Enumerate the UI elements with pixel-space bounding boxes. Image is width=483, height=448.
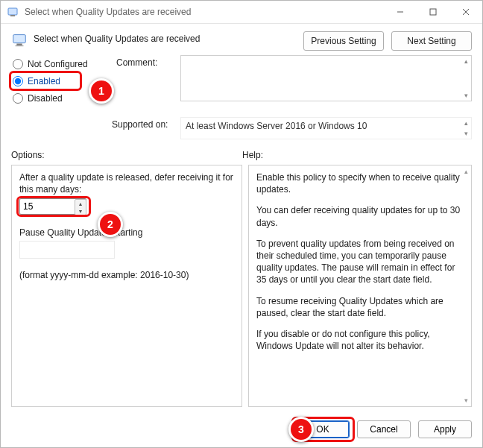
radio-enabled-row[interactable]: Enabled bbox=[11, 72, 112, 89]
radio-not-configured[interactable] bbox=[13, 59, 23, 69]
previous-setting-button[interactable]: Previous Setting bbox=[303, 31, 384, 51]
state-and-meta: Not Configured Enabled Disabled Comment:… bbox=[1, 51, 482, 139]
svg-rect-3 bbox=[430, 9, 436, 15]
svg-rect-1 bbox=[10, 15, 15, 16]
help-text: If you disable or do not configure this … bbox=[256, 328, 464, 352]
help-text: To prevent quality updates from being re… bbox=[256, 238, 464, 286]
comment-scroll-icon: ▴▾ bbox=[461, 56, 471, 101]
svg-rect-0 bbox=[8, 8, 17, 15]
panes: After a quality update is released, defe… bbox=[1, 165, 482, 414]
help-text: Enable this policy to specify when to re… bbox=[256, 171, 464, 195]
svg-rect-6 bbox=[13, 35, 26, 43]
close-button[interactable] bbox=[449, 1, 482, 23]
titlebar: Select when Quality Updates are received bbox=[1, 1, 482, 24]
radio-enabled[interactable] bbox=[13, 76, 23, 86]
window-title: Select when Quality Updates are received bbox=[19, 7, 384, 17]
pause-label: Pause Quality Updates starting bbox=[19, 227, 234, 239]
minimize-button[interactable] bbox=[384, 1, 417, 23]
radio-disabled[interactable] bbox=[13, 93, 23, 104]
spin-down-icon[interactable]: ▼ bbox=[75, 207, 86, 215]
radio-disabled-label: Disabled bbox=[28, 93, 63, 104]
header: Select when Quality Updates are received… bbox=[1, 24, 482, 51]
radio-enabled-label: Enabled bbox=[28, 76, 60, 86]
maximize-button[interactable] bbox=[417, 1, 449, 23]
pause-start-input[interactable] bbox=[19, 241, 115, 259]
pane-labels: Options: Help: bbox=[1, 139, 482, 165]
radio-disabled-row[interactable]: Disabled bbox=[11, 89, 112, 107]
ok-button[interactable]: OK bbox=[296, 420, 350, 438]
header-title: Select when Quality Updates are received bbox=[34, 31, 296, 44]
cancel-button[interactable]: Cancel bbox=[357, 420, 411, 438]
comment-textarea[interactable]: ▴▾ bbox=[180, 55, 472, 101]
radio-not-configured-label: Not Configured bbox=[28, 59, 88, 69]
options-label: Options: bbox=[11, 150, 242, 160]
radio-not-configured-row[interactable]: Not Configured bbox=[11, 55, 112, 72]
svg-rect-7 bbox=[16, 44, 22, 45]
format-hint: (format yyyy-mm-dd example: 2016-10-30) bbox=[19, 269, 234, 281]
help-label: Help: bbox=[242, 150, 263, 160]
defer-days-label: After a quality update is released, defe… bbox=[19, 171, 234, 195]
apply-button[interactable]: Apply bbox=[418, 420, 472, 438]
policy-icon bbox=[7, 6, 19, 18]
options-pane: After a quality update is released, defe… bbox=[11, 165, 242, 407]
supported-on-label: Supported on: bbox=[112, 117, 176, 139]
help-text: To resume receiving Quality Updates whic… bbox=[256, 295, 464, 319]
help-pane: Enable this policy to specify when to re… bbox=[248, 165, 472, 407]
footer: OK Cancel Apply bbox=[1, 414, 482, 447]
help-scroll-icon: ▴▾ bbox=[461, 165, 471, 406]
policy-icon bbox=[11, 31, 28, 48]
comment-label: Comment: bbox=[116, 55, 176, 72]
next-setting-button[interactable]: Next Setting bbox=[391, 31, 472, 51]
supported-scroll-icon: ▴▾ bbox=[461, 118, 471, 139]
spin-up-icon[interactable]: ▲ bbox=[75, 200, 86, 207]
svg-rect-8 bbox=[16, 45, 24, 46]
supported-on-text: At least Windows Server 2016 or Windows … bbox=[186, 121, 367, 131]
help-text: You can defer receiving quality updates … bbox=[256, 204, 464, 228]
supported-on-value: At least Windows Server 2016 or Windows … bbox=[180, 117, 472, 139]
